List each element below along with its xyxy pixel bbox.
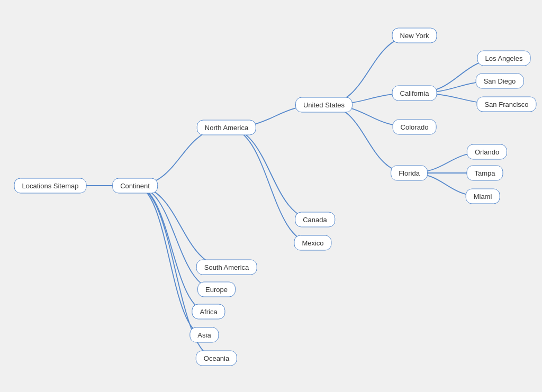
connections-svg [0,0,542,392]
node-oceania[interactable]: Oceania [196,351,237,366]
node-orlando[interactable]: Orlando [467,144,507,160]
node-north_america[interactable]: North America [197,120,256,135]
node-asia[interactable]: Asia [189,327,219,343]
tree-canvas: Locations SitemapContinentNorth AmericaS… [0,0,542,392]
node-san_diego[interactable]: San Diego [476,74,524,89]
node-florida[interactable]: Florida [391,166,428,181]
node-california[interactable]: California [392,86,437,101]
node-root[interactable]: Locations Sitemap [14,178,87,194]
node-europe[interactable]: Europe [197,282,236,297]
node-miami[interactable]: Miami [466,189,500,204]
node-san_francisco[interactable]: San Francisco [476,97,536,112]
node-tampa[interactable]: Tampa [466,166,503,181]
node-colorado[interactable]: Colorado [393,120,437,135]
node-los_angeles[interactable]: Los Angeles [477,51,531,66]
node-south_america[interactable]: South America [196,260,257,275]
node-africa[interactable]: Africa [192,304,225,320]
node-continent[interactable]: Continent [112,178,158,194]
node-canada[interactable]: Canada [295,212,335,227]
node-new_york[interactable]: New York [392,28,437,43]
node-united_states[interactable]: United States [295,97,353,113]
node-mexico[interactable]: Mexico [294,235,331,251]
